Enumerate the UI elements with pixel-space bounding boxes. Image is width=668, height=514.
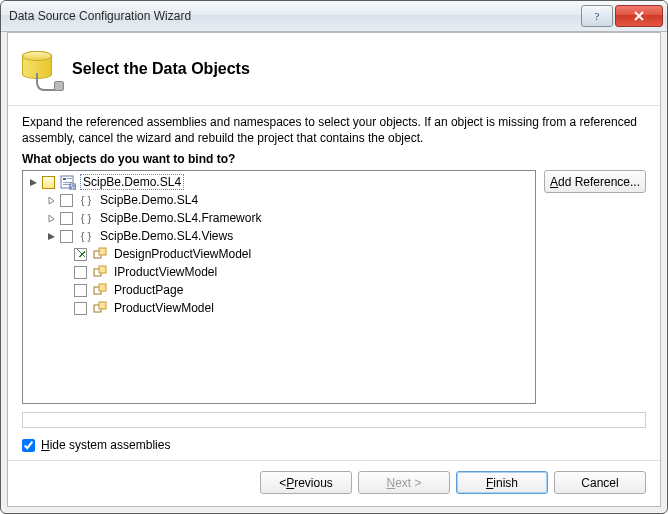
namespace-icon: { } — [78, 228, 94, 244]
hide-assemblies-row: Hide system assemblies — [22, 438, 646, 452]
header-band: Select the Data Objects — [8, 33, 660, 106]
checkbox[interactable] — [60, 212, 73, 225]
add-reference-button[interactable]: Add Reference... — [544, 170, 646, 193]
bind-question: What objects do you want to bind to? — [22, 152, 646, 166]
checkbox[interactable] — [74, 248, 87, 261]
class-icon — [92, 246, 108, 262]
svg-rect-15 — [99, 302, 106, 309]
tree-node-class[interactable]: DesignProductViewModel — [25, 245, 533, 263]
tree-node-namespace[interactable]: { } ScipBe.Demo.SL4.Framework — [25, 209, 533, 227]
content-frame: Select the Data Objects Expand the refer… — [7, 32, 661, 507]
svg-text:VB: VB — [69, 184, 76, 190]
window-buttons: ? — [581, 5, 663, 27]
class-icon — [92, 282, 108, 298]
checkbox[interactable] — [60, 194, 73, 207]
page-title: Select the Data Objects — [72, 60, 250, 78]
namespace-icon: { } — [78, 192, 94, 208]
expander-icon[interactable] — [45, 212, 57, 224]
checkbox[interactable] — [74, 302, 87, 315]
side-buttons: Add Reference... — [544, 170, 646, 404]
namespace-icon: { } — [78, 210, 94, 226]
intro-text: Expand the referenced assemblies and nam… — [22, 114, 646, 146]
finish-button[interactable]: Finish — [456, 471, 548, 494]
object-tree[interactable]: VB ScipBe.Demo.SL4 { } ScipBe.Demo. — [22, 170, 536, 404]
hide-assemblies-label[interactable]: Hide system assemblies — [41, 438, 170, 452]
tree-node-label: IProductViewModel — [112, 265, 219, 279]
spacer-box — [22, 412, 646, 428]
tree-node-label: ScipBe.Demo.SL4 — [98, 193, 200, 207]
wizard-window: Data Source Configuration Wizard ? Selec… — [0, 0, 668, 514]
svg-rect-2 — [63, 178, 66, 180]
svg-text:?: ? — [595, 10, 600, 22]
class-icon — [92, 300, 108, 316]
class-icon — [92, 264, 108, 280]
help-button[interactable]: ? — [581, 5, 613, 27]
tree-node-class[interactable]: ProductViewModel — [25, 299, 533, 317]
checkbox[interactable] — [42, 176, 55, 189]
wizard-body: Expand the referenced assemblies and nam… — [8, 106, 660, 460]
project-icon: VB — [60, 174, 76, 190]
checkbox[interactable] — [60, 230, 73, 243]
svg-rect-11 — [99, 266, 106, 273]
tree-node-class[interactable]: ProductPage — [25, 281, 533, 299]
svg-rect-13 — [99, 284, 106, 291]
titlebar: Data Source Configuration Wizard ? — [1, 1, 667, 32]
tree-area: VB ScipBe.Demo.SL4 { } ScipBe.Demo. — [22, 170, 646, 404]
tree-node-label: DesignProductViewModel — [112, 247, 253, 261]
tree-node-label: ScipBe.Demo.SL4.Views — [98, 229, 235, 243]
svg-rect-9 — [99, 248, 106, 255]
tree-node-label: ProductViewModel — [112, 301, 216, 315]
expander-icon[interactable] — [27, 176, 39, 188]
expander-icon[interactable] — [45, 194, 57, 206]
cancel-button[interactable]: Cancel — [554, 471, 646, 494]
tree-node-root[interactable]: VB ScipBe.Demo.SL4 — [25, 173, 533, 191]
checkbox[interactable] — [74, 284, 87, 297]
checkbox[interactable] — [74, 266, 87, 279]
svg-rect-4 — [63, 182, 72, 183]
window-title: Data Source Configuration Wizard — [9, 9, 581, 23]
database-icon — [22, 49, 58, 89]
previous-button[interactable]: < Previous — [260, 471, 352, 494]
close-button[interactable] — [615, 5, 663, 27]
wizard-footer: < Previous Next > Finish Cancel — [8, 460, 660, 506]
svg-rect-3 — [67, 178, 72, 179]
tree-node-label: ScipBe.Demo.SL4 — [80, 174, 184, 190]
next-button[interactable]: Next > — [358, 471, 450, 494]
tree-node-label: ScipBe.Demo.SL4.Framework — [98, 211, 263, 225]
tree-node-label: ProductPage — [112, 283, 185, 297]
tree-node-namespace[interactable]: { } ScipBe.Demo.SL4 — [25, 191, 533, 209]
hide-assemblies-checkbox[interactable] — [22, 439, 35, 452]
tree-node-class[interactable]: IProductViewModel — [25, 263, 533, 281]
expander-icon[interactable] — [45, 230, 57, 242]
tree-node-namespace[interactable]: { } ScipBe.Demo.SL4.Views — [25, 227, 533, 245]
